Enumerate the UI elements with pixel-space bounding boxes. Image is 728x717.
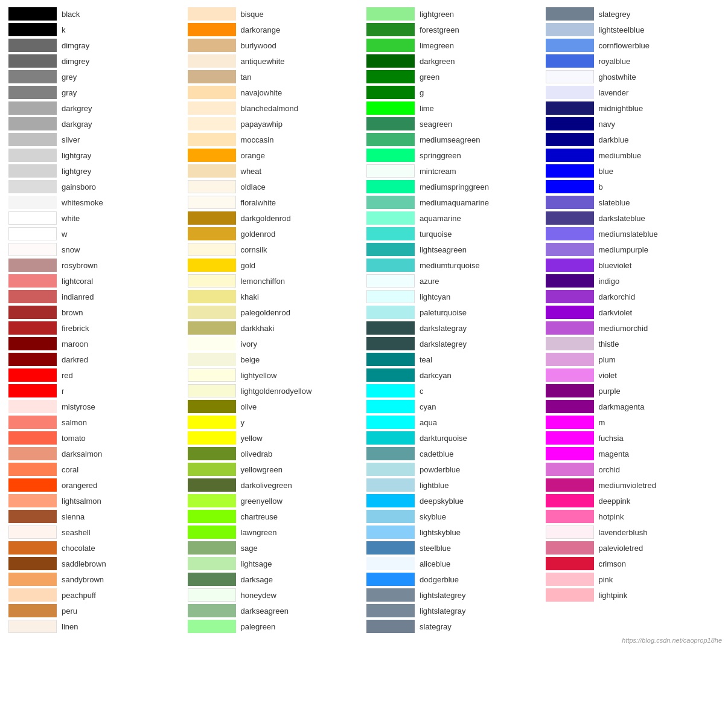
list-item: red	[6, 367, 185, 383]
list-item: lightsteelblue	[543, 22, 723, 37]
list-item: darkorchid	[543, 289, 723, 304]
color-swatch	[366, 588, 415, 602]
color-swatch	[188, 70, 236, 83]
list-item: lemonchiffon	[185, 273, 365, 289]
color-swatch	[546, 526, 594, 539]
list-item: snow	[6, 242, 185, 257]
color-name-label: m	[599, 418, 605, 427]
color-name-label: darksage	[241, 575, 273, 584]
list-item: magenta	[543, 446, 723, 461]
color-name-label: plum	[599, 355, 616, 364]
color-name-label: seagreen	[420, 120, 452, 129]
color-name-label: lightgreen	[420, 10, 454, 19]
color-swatch	[8, 39, 57, 52]
list-item: turquoise	[364, 226, 543, 242]
color-swatch	[366, 227, 415, 240]
color-swatch	[546, 101, 594, 115]
list-item: k	[6, 22, 185, 37]
color-swatch	[546, 447, 594, 460]
color-swatch	[8, 510, 57, 523]
color-swatch	[8, 101, 57, 115]
list-item: olive	[185, 399, 365, 414]
list-item: yellow	[185, 430, 365, 446]
color-name-label: mediumslateblue	[599, 230, 658, 239]
list-item: darkslategrey	[364, 336, 543, 352]
color-name-label: mediumorchid	[599, 324, 648, 333]
color-name-label: maroon	[62, 339, 88, 349]
color-swatch	[188, 510, 236, 523]
list-item: mediumaquamarine	[364, 195, 543, 210]
list-item: dimgray	[6, 37, 185, 53]
color-swatch	[8, 211, 57, 225]
list-item: aquamarine	[364, 210, 543, 226]
list-item: darksage	[185, 571, 365, 587]
color-swatch	[188, 620, 236, 633]
color-swatch	[8, 620, 57, 633]
color-swatch	[366, 321, 415, 335]
color-name-label: b	[599, 182, 603, 191]
list-item: purple	[543, 383, 723, 399]
color-name-label: darkviolet	[599, 308, 633, 317]
color-swatch	[366, 7, 415, 21]
color-name-label: darkgreen	[420, 57, 455, 66]
color-swatch	[366, 133, 415, 146]
color-name-label: ivory	[241, 339, 257, 349]
color-name-label: chocolate	[62, 544, 95, 553]
color-swatch	[366, 368, 415, 382]
list-item: mediumspringgreen	[364, 179, 543, 195]
color-name-label: darkslategrey	[420, 339, 467, 349]
color-swatch	[366, 557, 415, 570]
color-swatch	[546, 416, 594, 429]
color-swatch	[8, 541, 57, 555]
color-swatch	[366, 259, 415, 272]
color-swatch	[546, 368, 594, 382]
color-swatch	[188, 39, 236, 52]
color-name-label: olive	[241, 402, 257, 411]
list-item: lightyellow	[185, 367, 365, 383]
list-item: forestgreen	[364, 22, 543, 37]
color-name-label: greenyellow	[241, 497, 283, 506]
color-swatch	[8, 557, 57, 570]
color-swatch	[366, 384, 415, 397]
color-swatch	[546, 196, 594, 209]
color-name-label: orange	[241, 151, 265, 160]
color-swatch	[8, 431, 57, 445]
list-item: aliceblue	[364, 556, 543, 571]
color-name-label: slateblue	[599, 198, 630, 207]
color-name-label: white	[62, 214, 80, 223]
list-item: seashell	[6, 524, 185, 540]
color-name-label: darkblue	[599, 135, 629, 144]
list-item: palegoldenrod	[185, 304, 365, 320]
color-name-label: lightgoldenrodyellow	[241, 387, 312, 396]
list-item: beige	[185, 352, 365, 367]
color-name-label: yellowgreen	[241, 465, 283, 474]
list-item: whitesmoke	[6, 195, 185, 210]
list-item: brown	[6, 304, 185, 320]
color-swatch	[366, 149, 415, 162]
list-item: springgreen	[364, 147, 543, 163]
color-name-label: gold	[241, 261, 256, 270]
color-name-label: azure	[420, 277, 439, 286]
list-item: hotpink	[543, 509, 723, 524]
color-name-label: darkorange	[241, 25, 281, 34]
color-swatch	[546, 463, 594, 476]
list-item: honeydew	[185, 587, 365, 603]
color-name-label: palegreen	[241, 622, 276, 631]
list-item: mistyrose	[6, 399, 185, 414]
color-name-label: slategray	[420, 622, 452, 631]
color-name-label: limegreen	[420, 41, 454, 50]
color-swatch	[546, 588, 594, 602]
color-name-label: darkcyan	[420, 371, 452, 380]
color-name-label: navajowhite	[241, 88, 283, 97]
color-swatch	[546, 290, 594, 303]
color-swatch	[546, 541, 594, 555]
color-swatch	[366, 180, 415, 193]
list-item: slategrey	[543, 6, 723, 22]
color-swatch	[546, 7, 594, 21]
color-swatch	[366, 510, 415, 523]
color-swatch	[8, 400, 57, 413]
color-swatch	[8, 23, 57, 36]
color-swatch	[366, 463, 415, 476]
color-name-label: lightyellow	[241, 371, 277, 380]
column-3: slategreylightsteelbluecornflowerblueroy…	[543, 6, 723, 634]
